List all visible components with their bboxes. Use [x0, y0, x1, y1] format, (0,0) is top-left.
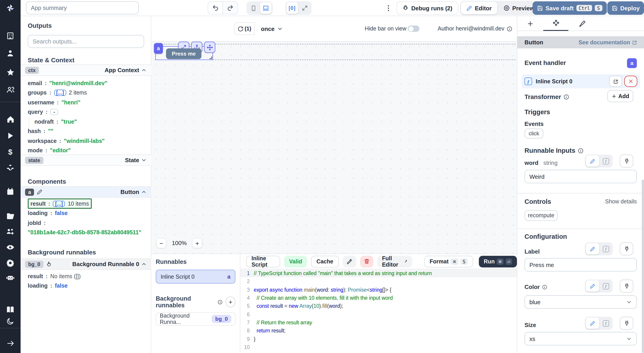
format-button[interactable]: Format⌘S: [424, 256, 473, 267]
refresh-mode-select[interactable]: once: [257, 23, 287, 35]
component-settings-tab[interactable]: [543, 16, 568, 31]
recompute-pill[interactable]: recompute: [524, 210, 558, 221]
cache-button[interactable]: Cache: [311, 256, 338, 267]
code-line[interactable]: 8 return result;: [240, 326, 517, 335]
static-edit-mode-button[interactable]: [586, 155, 599, 167]
bg-runnable-header[interactable]: bg_0 Background Runnable 0: [20, 258, 151, 270]
desktop-view-button[interactable]: [260, 2, 272, 14]
info-icon[interactable]: [578, 148, 583, 153]
insert-component-tab[interactable]: [518, 16, 543, 31]
expression-mode-button[interactable]: ƒ: [600, 318, 612, 329]
more-options-kebab-icon[interactable]: ⋮: [384, 2, 393, 14]
audit-eye-icon[interactable]: [6, 243, 15, 252]
move-handle[interactable]: [204, 42, 215, 53]
add-bg-runnable-button[interactable]: +: [226, 296, 236, 307]
delete-script-button[interactable]: [360, 256, 373, 267]
code-line[interactable]: 4 // Create an array with 10 elements, f…: [240, 294, 517, 302]
docs-book-icon[interactable]: [6, 305, 15, 314]
full-editor-button[interactable]: Full Editor: [377, 256, 412, 267]
button-component-header[interactable]: a Button: [20, 186, 151, 198]
mobile-view-button[interactable]: [248, 2, 259, 14]
windmill-logo-icon[interactable]: [0, 0, 20, 16]
inline-script-tab[interactable]: Inline Script: [246, 256, 280, 267]
label-value-input[interactable]: [524, 258, 637, 271]
chevron-up-icon[interactable]: [141, 67, 147, 73]
remove-script-button[interactable]: [624, 76, 637, 87]
code-line[interactable]: 6: [240, 310, 517, 318]
click-event-pill[interactable]: click: [524, 129, 543, 138]
ai-wand-button[interactable]: [342, 256, 356, 267]
undo-button[interactable]: [208, 1, 223, 14]
expand-object-box[interactable]: -: [50, 109, 58, 115]
runnable-item-selected[interactable]: Inline Script 0 a: [156, 270, 236, 283]
info-icon[interactable]: [506, 26, 512, 32]
code-line[interactable]: 9}: [240, 335, 517, 343]
press-me-button[interactable]: Press me: [166, 48, 202, 59]
refresh-button[interactable]: (1): [234, 23, 255, 35]
folders-icon[interactable]: [6, 211, 15, 220]
redo-button[interactable]: [223, 1, 238, 14]
resize-corner-handle[interactable]: [210, 57, 212, 59]
debug-runs-button[interactable]: Debug runs (2): [396, 1, 458, 15]
connect-plug-button[interactable]: [620, 317, 633, 330]
open-script-button[interactable]: [609, 76, 622, 87]
workspace-icon[interactable]: [6, 31, 15, 40]
variables-dollar-icon[interactable]: $: [6, 148, 15, 157]
expression-mode-button[interactable]: ƒ: [600, 155, 612, 167]
schedules-calendar-icon[interactable]: [6, 187, 15, 196]
word-value-input[interactable]: [524, 170, 637, 183]
resources-cubes-icon[interactable]: [6, 164, 15, 172]
app-summary-input[interactable]: [26, 1, 139, 14]
home-icon[interactable]: [6, 115, 15, 124]
settings-gear-icon[interactable]: [6, 258, 15, 267]
chevron-down-icon[interactable]: [141, 157, 147, 163]
chevron-up-icon[interactable]: [141, 189, 147, 195]
connect-plug-button[interactable]: [620, 279, 633, 292]
expression-mode-button[interactable]: ƒ: [600, 280, 612, 292]
dark-mode-moon-icon[interactable]: [6, 317, 15, 326]
event-handler-script-row[interactable]: ƒ Inline Script 0: [522, 74, 640, 88]
see-documentation-link[interactable]: See documentation: [578, 39, 637, 46]
static-edit-mode-button[interactable]: [586, 318, 599, 329]
code-line[interactable]: 1// TypeScript function called "main" th…: [240, 269, 517, 277]
info-icon[interactable]: [563, 94, 569, 100]
expand-array-box[interactable]: [...]: [54, 90, 66, 96]
editor-tab[interactable]: Editor: [461, 2, 497, 14]
groups-icon[interactable]: [6, 85, 15, 94]
runs-play-icon[interactable]: [6, 131, 15, 140]
code-line[interactable]: 2: [240, 277, 517, 286]
info-icon[interactable]: [218, 299, 223, 305]
centered-layout-button[interactable]: |0|: [286, 2, 298, 14]
favorites-star-icon[interactable]: [6, 68, 15, 77]
chevron-up-icon[interactable]: [141, 261, 147, 267]
connect-plug-button[interactable]: [620, 242, 633, 255]
canvas-grid[interactable]: a Press me − 100% +: [151, 41, 517, 253]
deploy-button[interactable]: Deploy: [607, 1, 644, 15]
color-select[interactable]: blue: [524, 295, 637, 309]
static-edit-mode-button[interactable]: [586, 280, 599, 292]
show-details-link[interactable]: Show details: [605, 198, 637, 205]
state-section-header[interactable]: state State: [20, 155, 151, 166]
save-draft-button[interactable]: Save draft CtrlS: [532, 1, 607, 15]
fullscreen-layout-button[interactable]: [299, 2, 310, 14]
static-edit-mode-button[interactable]: [586, 243, 599, 254]
user-icon[interactable]: [6, 49, 15, 58]
scrollbar-thumb[interactable]: [642, 180, 644, 353]
connect-plug-button[interactable]: [620, 155, 633, 168]
hide-bar-toggle[interactable]: [408, 26, 419, 32]
bg-runnable-item[interactable]: Background Runna... bg_0: [156, 312, 236, 326]
expression-mode-button[interactable]: ƒ: [600, 243, 612, 254]
code-line[interactable]: 5 const result = new Array(10).fill(word…: [240, 302, 517, 310]
ai-robot-icon[interactable]: [6, 273, 15, 282]
info-icon[interactable]: [542, 284, 547, 290]
code-line[interactable]: 7 // Return the result array: [240, 318, 517, 327]
zoom-in-button[interactable]: +: [192, 238, 202, 248]
rename-pencil-icon[interactable]: [37, 189, 43, 195]
add-transformer-button[interactable]: Add: [607, 90, 633, 102]
expand-array-box[interactable]: [...]: [53, 201, 65, 207]
run-button[interactable]: Run⌘⏎: [479, 256, 517, 267]
search-outputs-input[interactable]: [28, 35, 144, 48]
size-select[interactable]: xs: [524, 332, 637, 345]
collapse-sidebar-arrow-icon[interactable]: [6, 339, 15, 348]
zoom-out-button[interactable]: −: [156, 238, 166, 248]
